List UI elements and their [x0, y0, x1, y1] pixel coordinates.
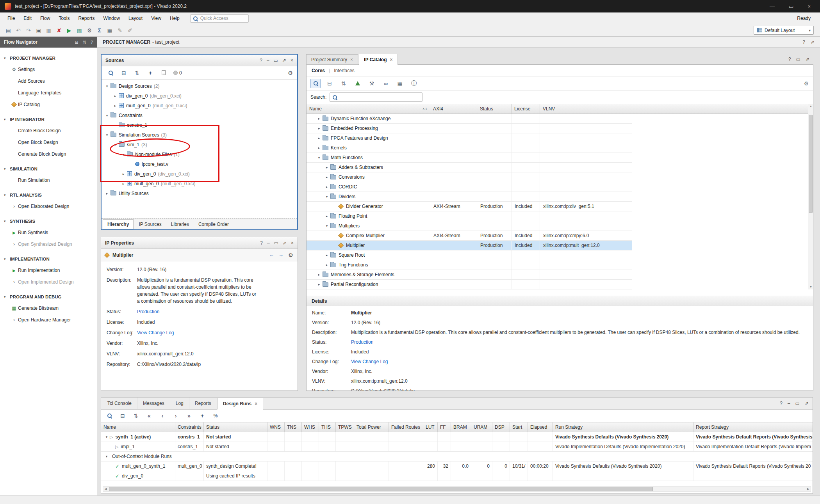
sources-tab-libraries[interactable]: Libraries — [167, 220, 193, 229]
minimize-icon[interactable]: – — [267, 240, 270, 246]
expander-icon[interactable]: ▸ — [316, 273, 322, 277]
scroll-up-icon[interactable]: ▲ — [808, 105, 813, 108]
column-header-status[interactable]: Status — [204, 422, 267, 432]
expander-icon[interactable]: ▸ — [316, 136, 322, 140]
expander-icon[interactable]: ▾ — [104, 84, 110, 88]
run-row-out-of-context-module-runs[interactable]: ▾Out-of-Context Module Runs — [101, 452, 813, 461]
expander-icon[interactable]: ▾ — [103, 435, 110, 439]
detail-value[interactable]: Production — [351, 339, 373, 346]
close-icon[interactable]: × — [291, 58, 293, 63]
run-row-mult-gen-0-synth-1[interactable]: ✓mult_gen_0_synth_1mult_gen_0synth_desig… — [101, 461, 813, 471]
catalog-search-input[interactable] — [340, 94, 420, 100]
catalog-category-row[interactable]: ▾Dividers — [307, 192, 632, 202]
catalog-category-row[interactable]: ▾Math Functions — [307, 153, 632, 163]
flow-item-ip-catalog[interactable]: IP Catalog — [0, 99, 97, 110]
flow-item-open-implemented-design[interactable]: ›Open Implemented Design — [0, 276, 97, 288]
catalog-category-row[interactable]: ▸Square Root — [307, 250, 632, 260]
column-header-license[interactable]: License — [512, 104, 540, 114]
float-icon[interactable]: ⇗ — [805, 401, 809, 406]
edit-icon[interactable]: ✎ — [115, 26, 125, 35]
catalog-category-row[interactable]: ▾Multipliers — [307, 221, 632, 231]
flow-item-generate-bitstream[interactable]: ▦Generate Bitstream — [0, 302, 97, 314]
column-header-vlnv[interactable]: VLNV — [540, 104, 632, 114]
expand-icon[interactable]: ⇅ — [339, 79, 349, 88]
catalog-category-row[interactable]: ▸FPGA Features and Design — [307, 133, 632, 143]
column-header-start[interactable]: Start — [510, 422, 528, 432]
close-tab-icon[interactable]: × — [350, 57, 353, 62]
subtab-cores[interactable]: Cores — [312, 68, 325, 73]
column-header-status[interactable]: Status — [477, 104, 512, 114]
menu-help[interactable]: Help — [166, 12, 184, 24]
flow-item-open-synthesized-design[interactable]: ›Open Synthesized Design — [0, 238, 97, 250]
expander-icon[interactable]: ▸ — [316, 117, 322, 121]
help-icon[interactable]: ? — [260, 58, 262, 63]
column-header-uram[interactable]: URAM — [471, 422, 492, 432]
tab-ip-catalog[interactable]: IP Catalog× — [359, 54, 398, 65]
tab-log[interactable]: Log — [170, 398, 189, 409]
column-header-tpws[interactable]: TPWS — [336, 422, 354, 432]
info-icon[interactable]: ⓘ — [409, 79, 419, 88]
minimize-icon[interactable]: – — [267, 58, 269, 63]
sources-tab-hierarchy[interactable]: Hierarchy — [103, 219, 134, 229]
expander-icon[interactable]: ▸ — [120, 182, 127, 186]
expander-icon[interactable]: ▸ — [316, 282, 322, 286]
tab-tcl-console[interactable]: Tcl Console — [102, 398, 137, 409]
expander-icon[interactable]: ▸ — [112, 94, 118, 98]
flow-item-add-sources[interactable]: Add Sources — [0, 75, 97, 87]
flow-section-project-manager[interactable]: ▾PROJECT MANAGER — [0, 53, 97, 64]
help-icon[interactable]: ? — [788, 57, 791, 62]
save-icon[interactable]: ▣ — [34, 26, 44, 35]
gear-icon[interactable]: ⚙ — [84, 26, 94, 35]
last-icon[interactable]: » — [184, 411, 194, 421]
run-row-div-gen-0[interactable]: ✓div_gen_0Using cached IP results — [101, 471, 813, 481]
float-icon[interactable]: ⇗ — [283, 240, 287, 246]
expand-all-icon[interactable]: ⇅ — [83, 40, 86, 45]
expander-icon[interactable]: ▸ — [324, 263, 330, 267]
add-icon[interactable]: + — [145, 68, 155, 78]
wrench-icon[interactable]: ⚒ — [367, 79, 377, 88]
settings-gear-icon[interactable]: ⚙ — [803, 80, 809, 87]
column-header-bram[interactable]: BRAM — [451, 422, 471, 432]
close-tab-icon[interactable]: × — [255, 401, 257, 406]
menu-tools[interactable]: Tools — [54, 12, 74, 24]
forward-icon[interactable]: → — [278, 252, 283, 258]
flow-section-synthesis[interactable]: ▾SYNTHESIS — [0, 216, 97, 227]
layout-icon[interactable]: ▦ — [105, 26, 115, 35]
tree-item-utility-sources[interactable]: ▸Utility Sources — [102, 188, 297, 198]
run-icon[interactable]: ▶ — [64, 26, 74, 35]
sum-icon[interactable]: Σ — [94, 26, 105, 35]
maximize-icon[interactable]: ▭ — [274, 58, 278, 63]
first-icon[interactable]: « — [144, 411, 154, 421]
tree-item-design-sources[interactable]: ▾Design Sources(2) — [102, 81, 297, 91]
close-button[interactable]: × — [808, 4, 811, 9]
menu-layout[interactable]: Layout — [124, 12, 147, 24]
flow-item-open-hardware-manager[interactable]: ›Open Hardware Manager — [0, 314, 97, 326]
catalog-category-row[interactable]: ▸Kernels — [307, 143, 632, 153]
sources-tab-ip-sources[interactable]: IP Sources — [134, 220, 166, 229]
flow-section-rtl-analysis[interactable]: ▾RTL ANALYSIS — [0, 190, 97, 201]
reports-icon[interactable]: ▧ — [74, 26, 84, 35]
close-icon[interactable]: × — [291, 240, 294, 246]
catalog-category-row[interactable]: ▸Adders & Subtracters — [307, 163, 632, 172]
catalog-category-row[interactable]: ▸Conversions — [307, 172, 632, 182]
minimize-icon[interactable]: – — [788, 401, 790, 406]
flow-item-language-templates[interactable]: Language Templates — [0, 87, 97, 99]
menu-view[interactable]: View — [147, 12, 166, 24]
close-tab-icon[interactable]: × — [390, 57, 393, 62]
catalog-category-row[interactable]: ▸Partial Reconfiguration — [307, 280, 632, 289]
help-icon[interactable]: ? — [802, 39, 805, 45]
link-icon[interactable]: ∞ — [381, 79, 391, 88]
menu-reports[interactable]: Reports — [74, 12, 99, 24]
tree-item-constraints[interactable]: ▾Constraints — [102, 110, 297, 120]
file-icon[interactable] — [159, 68, 169, 78]
flow-item-create-block-design[interactable]: Create Block Design — [0, 125, 97, 137]
search-icon[interactable] — [104, 411, 114, 421]
expander-icon[interactable]: ▾ — [324, 195, 330, 199]
project-icon[interactable]: ▤ — [3, 26, 13, 35]
collapse-icon[interactable]: ⊟ — [118, 411, 128, 421]
expander-icon[interactable]: ▸ — [324, 214, 330, 218]
column-header-dsp[interactable]: DSP — [492, 422, 510, 432]
detail-value[interactable]: View Change Log — [351, 358, 388, 366]
catalog-ip-row[interactable]: Divider GeneratorAXI4-StreamProductionIn… — [307, 202, 632, 211]
float-icon[interactable]: ⇗ — [806, 57, 809, 62]
